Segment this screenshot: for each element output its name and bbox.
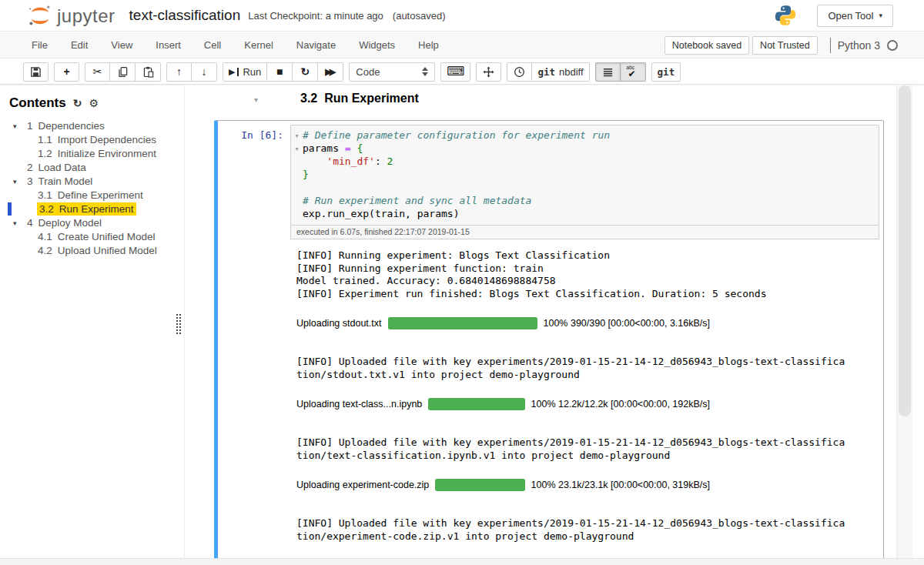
menu-kernel[interactable]: Kernel (233, 32, 285, 58)
toc-item-1-1[interactable]: 1.1Import Dependencies (9, 133, 179, 147)
notebook-title[interactable]: text-classification (129, 7, 241, 24)
toc-item-3-1[interactable]: 3.1Define Experiment (9, 189, 179, 202)
git-button[interactable]: git (651, 62, 681, 82)
paste-cell-button[interactable] (136, 62, 161, 82)
toc-item-text: 4Deploy Model (26, 216, 102, 229)
cell-type-value: Code (356, 66, 422, 78)
code-area[interactable]: # Define parameter configuration for exp… (303, 125, 879, 225)
copy-cell-button[interactable] (110, 62, 136, 82)
menu-help[interactable]: Help (407, 32, 450, 58)
toc-item-4-2[interactable]: 4.2Upload Unified Model (9, 244, 179, 258)
output-log-text: [INFO] Uploaded file with key experiment… (296, 356, 846, 381)
nbdiff-label: nbdiff (559, 66, 584, 78)
toc-item-3-2[interactable]: 3.2Run Experiment (9, 202, 179, 216)
toc-item-number: 4.2 (38, 245, 52, 256)
toc-item-number: 3.2 (39, 203, 54, 215)
code-line: 'min_df': 2 (303, 155, 875, 168)
code-token: { (357, 142, 363, 154)
vertical-scrollbar[interactable] (896, 85, 912, 558)
toc-item-3[interactable]: ▾3Train Model (9, 175, 179, 189)
scrollbar-thumb[interactable] (899, 85, 911, 416)
toc-sidebar: Contents ↻ ⚙ ▾1Dependencies1.1Import Dep… (0, 85, 185, 558)
toc-item-4-1[interactable]: 4.1Create Unified Model (9, 230, 179, 244)
run-button[interactable]: ▶ Run (223, 62, 267, 82)
code-editor[interactable]: ▾ ▾ # Define parameter configuration for… (290, 125, 879, 226)
code-cell[interactable]: In [6]: ▾ ▾ # Define parameter configura… (214, 120, 884, 558)
code-line: # Run experiment and sync all metadata (303, 194, 875, 207)
menu-view[interactable]: View (99, 32, 144, 58)
python-logo-icon (774, 4, 797, 27)
horizontal-scrollbar[interactable] (0, 558, 924, 565)
toc-item-1-2[interactable]: 1.2Initialize Environment (9, 147, 179, 161)
toc-item-number: 3 (27, 176, 33, 187)
execute-time-button[interactable] (507, 62, 532, 82)
select-arrows-icon (422, 67, 428, 76)
code-fold-icon[interactable]: ▾ (291, 129, 303, 142)
upload-progress-stats: 100% 12.2k/12.2k [00:00<00:00, 192kB/s] (531, 399, 710, 410)
code-fold-icon[interactable]: ▾ (291, 142, 303, 155)
fast-forward-icon: ▶▶ (325, 68, 336, 76)
interrupt-kernel-button[interactable]: ■ (267, 62, 293, 82)
restart-kernel-button[interactable]: ↻ (293, 62, 318, 82)
menu-edit[interactable]: Edit (59, 32, 99, 58)
checkpoint-status: Last Checkpoint: a minute ago (248, 10, 383, 22)
app-name: jupyter (57, 6, 116, 26)
menu-widgets[interactable]: Widgets (347, 32, 407, 58)
toc-item-1[interactable]: ▾1Dependencies (9, 119, 179, 133)
toc-list: ▾1Dependencies1.1Import Dependencies1.2I… (9, 119, 179, 258)
move-selection-button[interactable] (476, 62, 501, 82)
code-token (303, 155, 326, 167)
menu-insert[interactable]: Insert (144, 32, 192, 58)
menubar: FileEditViewInsertCellKernelNavigateWidg… (0, 32, 924, 59)
cut-cell-button[interactable]: ✂ (85, 62, 110, 82)
cell-type-select[interactable]: Code (349, 62, 435, 82)
toc-item-label: Import Dependencies (58, 134, 156, 145)
menu-file[interactable]: File (20, 32, 59, 58)
keyboard-icon: ⌨ (447, 65, 464, 78)
toc-item-label: Initialize Environment (58, 148, 156, 159)
restart-icon: ↻ (300, 66, 310, 77)
open-tool-button[interactable]: Open Tool ▾ (817, 5, 893, 27)
toc-title: Contents (9, 95, 66, 111)
move-cell-up-button[interactable]: ↑ (166, 62, 192, 82)
restart-run-all-button[interactable]: ▶▶ (318, 62, 343, 82)
refresh-icon[interactable]: ↻ (73, 98, 82, 109)
heading-collapse-icon[interactable]: ▾ (254, 95, 258, 104)
add-cell-button[interactable]: + (54, 62, 79, 82)
toc-item-number: 1 (27, 120, 33, 132)
not-trusted-button[interactable]: Not Trusted (752, 36, 818, 55)
cell-prompt: In [6]: (218, 125, 290, 226)
command-palette-button[interactable]: ⌨ (440, 62, 470, 82)
output-log-text: [INFO] Running experiment: Blogs Text Cl… (296, 249, 846, 300)
header: jupyter text-classification Last Checkpo… (0, 0, 924, 32)
git-nbdiff-button[interactable]: git nbdiff (532, 62, 589, 82)
toc-collapse-icon[interactable]: ▾ (13, 175, 17, 189)
move-icon (483, 66, 494, 78)
toc-item-label: Define Experiment (58, 189, 143, 201)
toc-item-2[interactable]: 2Load Data (9, 161, 179, 175)
toc-item-4[interactable]: ▾4Deploy Model (9, 216, 179, 230)
toc-item-text: 3.2Run Experiment (37, 202, 136, 216)
save-button[interactable] (23, 62, 49, 82)
toolbar: + ✂ ↑ ↓ ▶ Run ■ ↻ ▶▶ Code ⌨ (0, 59, 924, 85)
notebook-saved-button[interactable]: Notebook saved (665, 36, 749, 55)
code-token: 2 (387, 155, 393, 167)
spellcheck-toggle-button[interactable]: abc ✔ (621, 62, 646, 82)
arrow-down-icon: ↓ (202, 66, 207, 77)
sidebar-resize-handle[interactable] (176, 314, 181, 334)
menu-cell[interactable]: Cell (192, 32, 233, 58)
toc-collapse-icon[interactable]: ▾ (13, 119, 17, 133)
gear-icon[interactable]: ⚙ (89, 98, 99, 109)
section-heading[interactable]: 3.2 Run Experiment (300, 92, 419, 105)
menu-navigate[interactable]: Navigate (285, 32, 347, 58)
jupyter-logo[interactable]: jupyter (28, 5, 116, 26)
progress-bar-fill (435, 479, 524, 491)
toc-collapse-icon[interactable]: ▾ (13, 216, 17, 230)
progress-bar-track (435, 479, 524, 491)
move-cell-down-button[interactable]: ↓ (192, 62, 217, 82)
run-icon-bar (237, 68, 239, 76)
toc-item-number: 1.2 (38, 148, 52, 159)
toc-item-label: Load Data (38, 162, 86, 173)
progress-bar-track (428, 398, 524, 410)
toc-toggle-button[interactable] (595, 62, 621, 82)
